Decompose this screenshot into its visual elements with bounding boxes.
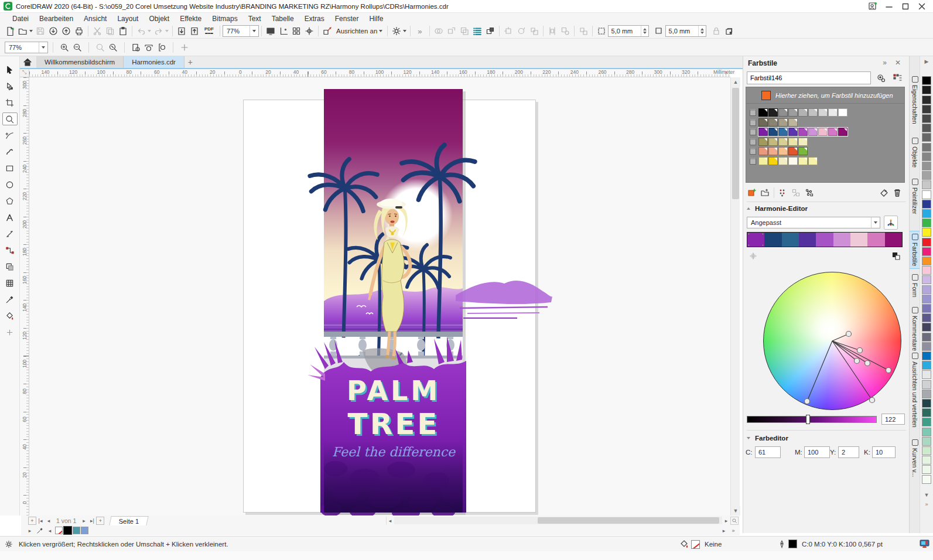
palette-color-swatch[interactable] [922, 408, 931, 417]
close-button[interactable] [915, 0, 928, 13]
export-button[interactable] [188, 25, 201, 37]
zoom-levels-caret[interactable] [39, 42, 47, 53]
color-style-swatch[interactable] [758, 157, 768, 165]
wheel-display-toggle-icon[interactable] [890, 250, 903, 262]
color-style-swatch[interactable] [768, 128, 778, 136]
zoom-to-page-width-button[interactable] [142, 41, 155, 54]
drawing-canvas[interactable]: PALM PALM TREE TREE Feel the difference [29, 77, 730, 515]
palette-color-swatch[interactable] [922, 152, 931, 161]
color-style-row[interactable] [750, 118, 798, 127]
add-harmony-color-icon[interactable] [747, 250, 760, 262]
horizontal-scroll-thumb[interactable] [538, 517, 719, 524]
color-style-row[interactable] [750, 157, 818, 165]
new-document-button[interactable] [4, 25, 16, 37]
style-tag-button[interactable] [878, 186, 891, 199]
harmony-preset-caret[interactable] [871, 217, 880, 228]
palette-color-swatch[interactable] [922, 133, 931, 142]
interactive-fill-tool[interactable] [2, 309, 18, 322]
docpalette-color-swatch[interactable] [81, 527, 88, 534]
docpalette-color-swatch[interactable] [63, 526, 72, 535]
menu-text[interactable]: Text [243, 13, 266, 24]
document-tab-harmonies-cdr[interactable]: Harmonies.cdr [124, 56, 184, 68]
publish-pdf-button[interactable]: PDF [201, 25, 217, 37]
color-style-swatch[interactable] [788, 128, 798, 136]
home-tab-button[interactable] [21, 56, 34, 68]
docker-tab-farbstile[interactable]: Farbstile [910, 231, 920, 269]
docpalette-no-color-swatch[interactable] [55, 527, 63, 534]
palette-color-swatch[interactable] [922, 380, 931, 389]
color-style-swatch[interactable] [778, 108, 788, 117]
document-tab-willkommensbildschirm[interactable]: Willkommensbildschirm [36, 56, 124, 68]
menu-bearbeiten[interactable]: Bearbeiten [34, 13, 78, 24]
maximize-button[interactable] [899, 0, 912, 13]
cmyk-value-field[interactable]: 100 [804, 446, 830, 458]
view-options-icon[interactable] [874, 71, 887, 84]
palette-scroll-down-button[interactable]: ▼ [920, 491, 933, 499]
import-button[interactable] [175, 25, 188, 37]
redo-button[interactable] [152, 25, 170, 37]
harmony-tree-button[interactable] [884, 216, 898, 230]
color-style-swatch[interactable] [768, 118, 778, 127]
palette-color-swatch[interactable] [922, 361, 931, 370]
color-style-swatch[interactable] [778, 128, 788, 136]
harmony-nodes-button[interactable] [802, 186, 815, 199]
canvas-vertical-scrollbar[interactable]: ▲ ▼ [730, 77, 740, 515]
color-editor-header[interactable]: Farbeditor [747, 435, 788, 442]
palette-expand-button[interactable]: ▶ [920, 57, 933, 66]
zoom-to-page-corner-button[interactable] [730, 517, 739, 525]
docker-tab-kommentare[interactable]: Kommentare [910, 305, 920, 353]
zoom-out-button[interactable] [71, 41, 84, 54]
color-style-swatch[interactable] [818, 128, 828, 136]
palette-color-swatch[interactable] [922, 465, 931, 474]
menu-tabelle[interactable]: Tabelle [266, 13, 299, 24]
palette-color-swatch[interactable] [922, 180, 931, 189]
save-button[interactable] [34, 25, 47, 37]
trim-button[interactable] [445, 25, 458, 37]
palette-color-swatch[interactable] [922, 437, 931, 446]
add-page-before-button[interactable]: + [28, 517, 36, 525]
palette-color-swatch[interactable] [922, 105, 931, 114]
brightness-slider[interactable] [747, 416, 877, 423]
artistic-media-tool[interactable] [2, 145, 18, 158]
crop-tool[interactable] [2, 96, 18, 109]
nudge-distance-spinner[interactable] [641, 26, 648, 36]
open-button[interactable] [16, 25, 34, 37]
palette-color-swatch[interactable] [922, 285, 931, 294]
cmyk-value-field[interactable]: 10 [872, 446, 896, 458]
color-style-swatch[interactable] [758, 147, 768, 155]
color-style-row[interactable] [750, 108, 847, 117]
color-style-swatch[interactable] [798, 138, 808, 146]
palette-color-swatch[interactable] [922, 351, 931, 360]
palette-color-swatch[interactable] [922, 323, 931, 332]
duplicate-distance-spinner[interactable] [698, 26, 706, 36]
scroll-down-button[interactable]: ▼ [731, 506, 740, 515]
color-style-swatch[interactable] [788, 147, 798, 155]
horizontal-ruler[interactable]: 1401201008060402002040608010012014016018… [29, 69, 730, 77]
color-eyedropper-tool[interactable] [2, 293, 18, 306]
palette-color-swatch[interactable] [922, 313, 931, 322]
previous-page-button[interactable]: ◂ [45, 517, 53, 525]
palette-color-swatch[interactable] [922, 209, 931, 218]
palette-color-swatch[interactable] [922, 171, 931, 180]
transform-scale-button[interactable] [528, 25, 541, 37]
palette-color-swatch[interactable] [922, 76, 931, 85]
color-style-swatch[interactable] [768, 147, 778, 155]
palette-color-swatch[interactable] [922, 266, 931, 275]
harmony-strip-color[interactable] [747, 233, 764, 247]
palette-color-swatch[interactable] [922, 333, 931, 342]
color-style-swatch[interactable] [788, 118, 798, 127]
docpalette-flyout-button[interactable]: ▸ [26, 527, 34, 535]
harmony-strip-color[interactable] [850, 233, 867, 247]
docker-tab-pointilizer[interactable]: Pointilizer [910, 176, 920, 217]
cut-button[interactable] [91, 25, 104, 37]
color-style-swatch[interactable] [798, 147, 808, 155]
menu-layout[interactable]: Layout [112, 13, 143, 24]
status-gear-icon[interactable] [5, 540, 13, 548]
transform-position-button[interactable] [502, 25, 515, 37]
color-style-swatch[interactable] [758, 128, 768, 136]
color-style-swatch[interactable] [788, 108, 798, 117]
scroll-up-button[interactable]: ▲ [731, 77, 740, 87]
menu-extras[interactable]: Extras [299, 13, 330, 24]
color-style-swatch[interactable] [828, 108, 838, 117]
color-style-swatch[interactable] [798, 157, 808, 165]
